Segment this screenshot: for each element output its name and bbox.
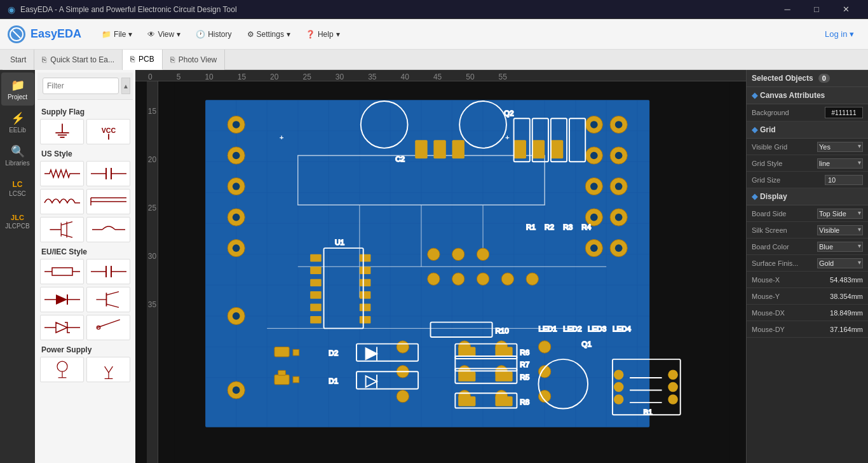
ruler-mark-50: 50 (466, 73, 474, 81)
svg-point-96 (526, 273, 538, 285)
grid-size-row: Grid Size (747, 172, 868, 188)
login-button[interactable]: Log in ▾ (817, 26, 862, 42)
tab-photoview-label: Photo View (179, 55, 217, 64)
surface-finish-label: Surface Finis... (752, 259, 817, 267)
sidebar-item-jlcpcb[interactable]: JLC JLCPCB (1, 205, 34, 238)
silk-screen-select[interactable]: Visible Hidden (817, 225, 863, 235)
board-side-select[interactable]: Top Side Bottom Side (817, 209, 863, 219)
svg-point-35 (57, 361, 67, 371)
ruler-top: 0 5 10 15 20 25 30 35 40 45 50 55 (135, 70, 746, 81)
eu-style-grid (40, 259, 130, 340)
tab-icon: ⎘ (170, 55, 175, 64)
inductor-us[interactable] (40, 189, 84, 214)
svg-text:R8: R8 (520, 397, 529, 406)
tab-start[interactable]: Start (3, 50, 34, 70)
project-label: Project (8, 93, 27, 100)
ruler-v-30: 30 (148, 252, 156, 261)
transistor-us[interactable] (40, 217, 84, 242)
tab-start-label: Start (10, 55, 26, 64)
svg-text:R1: R1 (526, 223, 536, 231)
close-button[interactable]: ✕ (831, 0, 860, 19)
board-color-label: Board Color (752, 243, 817, 251)
transistor-eu[interactable] (86, 287, 130, 312)
svg-point-115 (233, 387, 240, 394)
jumper-us[interactable] (86, 217, 130, 242)
ruler-v-20: 20 (148, 155, 156, 164)
section-us-style: US Style (40, 147, 130, 161)
zener-diode-us[interactable] (86, 189, 130, 214)
svg-point-121 (615, 183, 623, 190)
svg-rect-145 (495, 347, 512, 357)
grid-label: Grid (760, 125, 776, 134)
resistor-eu[interactable] (40, 259, 84, 284)
capacitor-us[interactable] (86, 161, 130, 186)
tab-quickstart[interactable]: ⎘ Quick Start to Ea... (34, 50, 123, 70)
settings-icon: ⚙ (247, 30, 254, 39)
view-menu[interactable]: 👁 View ▾ (142, 27, 186, 42)
zener-eu[interactable] (40, 315, 84, 340)
background-color-picker[interactable]: #111111 (825, 107, 863, 118)
surface-finish-select[interactable]: Gold Silver HASL (817, 258, 863, 268)
mouse-dy-value: 37.164mm (830, 326, 863, 333)
search-input[interactable] (43, 78, 119, 94)
zener-eu-svg (43, 317, 81, 338)
left-nav: 📁 Project ⚡ EELib 🔍 Libraries LC LCSC JL… (0, 70, 35, 463)
svg-point-116 (590, 121, 598, 128)
svg-text:R5: R5 (520, 373, 529, 381)
svg-point-203 (668, 370, 678, 380)
scroll-up-button[interactable]: ▲ (121, 78, 130, 94)
pcb-canvas[interactable]: 15 20 25 30 35 (147, 81, 746, 463)
sidebar-item-libraries[interactable]: 🔍 Libraries (1, 139, 34, 172)
gnd-symbol[interactable] (40, 119, 84, 144)
svg-point-202 (614, 394, 624, 404)
minimize-button[interactable]: ─ (773, 0, 802, 19)
tab-photoview[interactable]: ⎘ Photo View (163, 50, 226, 70)
canvas-area[interactable]: 0 5 10 15 20 25 30 35 40 45 50 55 15 20 … (135, 70, 746, 463)
svg-rect-193 (278, 370, 286, 375)
inductor-us-svg (43, 191, 81, 212)
mouse-dx-row: Mouse-DX 18.849mm (747, 305, 868, 321)
ruler-mark-55: 55 (499, 73, 507, 81)
grid-style-select[interactable]: line dot (817, 158, 863, 169)
svg-point-112 (233, 214, 240, 221)
svg-text:R10: R10 (495, 326, 509, 335)
mouse-dy-row: Mouse-DY 37.164mm (747, 321, 868, 338)
sidebar-item-project[interactable]: 📁 Project (1, 73, 34, 106)
vcc-symbol[interactable]: VCC (86, 119, 130, 144)
maximize-button[interactable]: □ (802, 0, 831, 19)
gnd2-symbol[interactable] (40, 357, 84, 382)
help-menu[interactable]: ❓ Help ▾ (301, 27, 345, 42)
board-side-label: Board Side (752, 210, 817, 218)
sidebar-item-eelib[interactable]: ⚡ EELib (1, 106, 34, 139)
selected-objects-header: Selected Objects 0 (747, 70, 868, 87)
tab-quickstart-label: Quick Start to Ea... (50, 55, 114, 64)
svg-rect-126 (310, 254, 321, 262)
vcc2-symbol[interactable] (86, 357, 130, 382)
sidebar-item-lcsc[interactable]: LC LCSC (1, 172, 34, 205)
surface-finish-row: Surface Finis... Gold Silver HASL (747, 255, 868, 272)
zener-svg (90, 191, 128, 212)
grid-size-input[interactable] (825, 175, 863, 185)
svg-text:Q1: Q1 (581, 340, 592, 348)
power-supply-grid (40, 357, 130, 382)
ruler-mark-0: 0 (148, 73, 153, 81)
visible-grid-select[interactable]: Yes No (817, 142, 863, 152)
board-color-select[interactable]: Blue Green Red Black White (817, 242, 863, 252)
canvas-attributes-header: ◆ Canvas Attributes (747, 87, 868, 104)
resistor-us[interactable] (40, 161, 84, 186)
settings-menu[interactable]: ⚙ Settings ▾ (242, 27, 295, 42)
history-menu[interactable]: 🕐 History (191, 27, 236, 42)
diamond-icon: ◆ (752, 91, 757, 100)
diode-eu[interactable] (40, 287, 84, 312)
probe-svg (90, 317, 128, 338)
svg-point-90 (452, 248, 465, 260)
file-menu[interactable]: 📁 File ▾ (97, 27, 137, 42)
capacitor-eu[interactable] (86, 259, 130, 284)
svg-text:R6: R6 (520, 348, 529, 356)
probe-eu[interactable] (86, 315, 130, 340)
project-icon: 📁 (11, 78, 25, 92)
svg-rect-131 (310, 316, 321, 324)
svg-line-40 (104, 366, 108, 373)
tab-pcb[interactable]: ⎘ PCB (123, 50, 163, 70)
svg-rect-127 (310, 266, 321, 274)
